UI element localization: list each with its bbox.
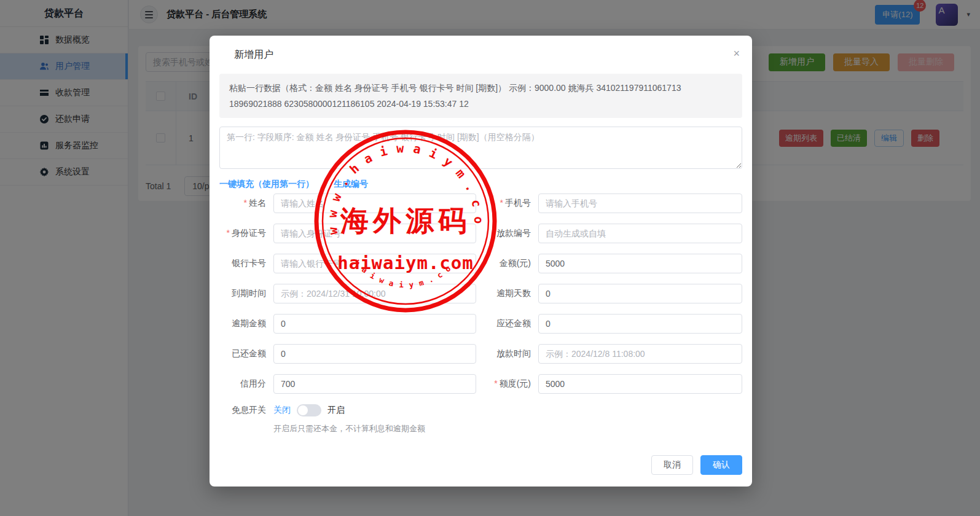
credit-score-field[interactable] [273, 374, 476, 394]
overdue-amount-field[interactable] [273, 314, 476, 334]
cancel-button[interactable]: 取消 [651, 455, 693, 475]
field-label: 已还金额 [219, 348, 273, 359]
field-label: 放款时间 [485, 348, 538, 359]
field-label: *身份证号 [219, 228, 273, 239]
modal-title: 新增用户 [234, 49, 273, 61]
one-click-fill-link[interactable]: 一键填充（使用第一行） [219, 179, 314, 190]
loan-number-field[interactable] [538, 224, 742, 243]
name-field[interactable] [273, 194, 476, 213]
due-time-field[interactable] [273, 284, 476, 303]
overdue-days-field[interactable] [538, 284, 742, 303]
add-user-modal: 新增用户 × 粘贴一行数据（格式：金额 姓名 身份证号 手机号 银行卡号 时间 … [210, 36, 752, 487]
id-card-field[interactable] [273, 224, 476, 243]
field-label: *姓名 [219, 198, 273, 209]
repaid-amount-field[interactable] [273, 344, 476, 364]
field-label: 金额(元) [485, 258, 538, 269]
field-label: 放款编号 [485, 228, 538, 239]
phone-field[interactable] [538, 194, 742, 213]
paste-textarea[interactable] [219, 127, 742, 169]
amount-field[interactable] [538, 254, 742, 273]
interest-free-toggle[interactable] [297, 404, 321, 416]
close-icon[interactable]: × [733, 49, 740, 61]
add-user-form: *姓名 *手机号 *身份证号 放款编号 银行卡号 金额(元) 到期时间 逾期天数 [219, 194, 742, 434]
quota-field[interactable] [538, 374, 742, 394]
field-label: 逾期金额 [219, 318, 273, 329]
bank-card-field[interactable] [273, 254, 476, 273]
toggle-off-label: 关闭 [273, 405, 291, 416]
field-label: 到期时间 [219, 288, 273, 299]
toggle-on-label: 开启 [327, 405, 345, 416]
field-label: 银行卡号 [219, 258, 273, 269]
field-label: 免息开关 [219, 405, 273, 416]
field-label: *手机号 [485, 198, 538, 209]
field-label: 应还金额 [485, 318, 538, 329]
field-label: 信用分 [219, 378, 273, 389]
paste-format-hint: 粘贴一行数据（格式：金额 姓名 身份证号 手机号 银行卡号 时间 [期数]） 示… [219, 74, 742, 118]
app-root: 贷款平台 数据概览 用户管理 收款管理 还款申请 服务器监控 系统设置 贷款平台… [0, 0, 980, 516]
generate-number-link[interactable]: 生成编号 [334, 179, 368, 190]
loan-time-field[interactable] [538, 344, 742, 364]
confirm-button[interactable]: 确认 [700, 455, 742, 475]
field-label: 逾期天数 [485, 288, 538, 299]
toggle-help-text: 开启后只需还本金，不计算利息和逾期金额 [273, 423, 742, 434]
payable-amount-field[interactable] [538, 314, 742, 334]
field-label: *额度(元) [485, 378, 538, 389]
